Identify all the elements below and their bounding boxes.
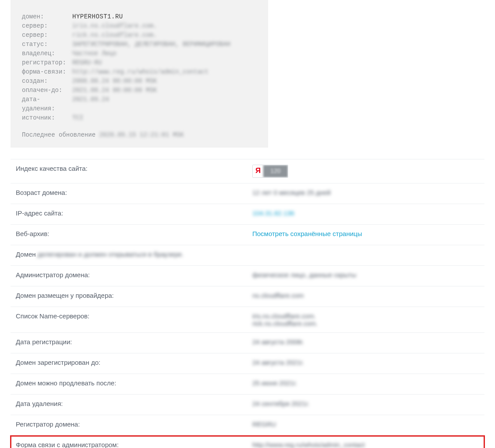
details-row: Домен размещен у провайдера:ns.cloudflar… [11, 286, 484, 307]
whois-row: сервер:iris.ns.cloudflare.com. [22, 21, 257, 31]
details-row: Индекс качества сайта:Я120 [11, 159, 484, 183]
whois-row-value: REGRU-RU [72, 58, 257, 67]
details-row: Домен зарегистрирован до:24 августа 2021… [11, 353, 484, 374]
whois-row: статус:ЗАРЕГИСТРИРОВАН, ДЕЛЕГИРОВАН, ВЕР… [22, 40, 257, 49]
details-row-label: Возраст домена: [16, 189, 252, 196]
details-row-value: iris.ns.cloudflare.com. rick.ns.cloudfla… [252, 312, 479, 327]
whois-row-label: регистратор: [22, 58, 72, 67]
details-row: Веб-архив:Посмотреть сохранённые страниц… [11, 225, 484, 245]
whois-row: домен:HYPERHOST1.RU [22, 12, 257, 21]
whois-row-value: 2008.08.24 00:00:00 MSK [72, 77, 257, 86]
details-row-label: Индекс качества сайта: [16, 165, 252, 172]
details-row-value[interactable]: Посмотреть сохранённые страницы [252, 230, 479, 237]
details-row: Администратор домена:физическое лицо, да… [11, 266, 484, 286]
whois-row: владелец:Частное Лицо [22, 49, 257, 58]
details-row: Дата удаления:24 сентября 2021г. [11, 395, 484, 415]
details-row: Список Name-серверов:iris.ns.cloudflare.… [11, 307, 484, 333]
details-row-value: 24 августа 2021г. [252, 359, 479, 366]
whois-row-value: HYPERHOST1.RU [72, 12, 257, 21]
whois-row: создан:2008.08.24 00:00:00 MSK [22, 77, 257, 86]
details-row-label: Домен можно продлевать после: [16, 379, 252, 387]
details-row: Домен можно продлевать после:25 июня 202… [11, 374, 484, 395]
details-row: Домен делегирован и должен открываться в… [11, 245, 484, 266]
details-row-value: Я120 [252, 165, 479, 178]
details-row-label: Администратор домена: [16, 271, 252, 279]
whois-update-label: Последнее обновление [22, 131, 95, 138]
whois-row: дата-удаления:2021.09.24 [22, 95, 257, 113]
whois-row-value: Частное Лицо [72, 49, 257, 58]
whois-row-value: iris.ns.cloudflare.com. [72, 21, 257, 31]
details-inline-text: Домен делегирован и должен открываться в… [16, 250, 479, 258]
details-row-label: Дата регистрации: [16, 338, 252, 346]
whois-row-value: 2021.08.24 00:00:00 MSK [72, 86, 257, 95]
yandex-sqi-score: 120 [263, 165, 287, 177]
details-row-label: IP-адрес сайта: [16, 209, 252, 217]
details-row: Возраст домена:12 лет 0 месяцев 25 дней [11, 183, 484, 204]
details-row-label: Список Name-серверов: [16, 312, 252, 320]
whois-row-label: владелец: [22, 49, 72, 58]
details-row-value: ns.cloudflare.com [252, 292, 479, 299]
details-row-label: Веб-архив: [16, 230, 252, 237]
details-inline-label: Домен [16, 250, 36, 258]
details-row-label: Дата удаления: [16, 400, 252, 407]
whois-row-label: сервер: [22, 21, 72, 31]
whois-row-label: оплачен-до: [22, 86, 72, 95]
details-row-label: Регистратор домена: [16, 420, 252, 428]
yandex-logo-icon: Я [253, 165, 263, 177]
whois-row: регистратор:REGRU-RU [22, 58, 257, 67]
details-row-label: Домен зарегистрирован до: [16, 359, 252, 366]
whois-row-label: статус: [22, 40, 72, 49]
details-row: Дата регистрации:24 августа 2008г. [11, 333, 484, 353]
whois-row-label: форма-связи: [22, 67, 72, 77]
whois-row-label: дата-удаления: [22, 95, 72, 113]
details-row-value[interactable]: 104.31.82.136 [252, 209, 479, 217]
whois-row: форма-связи:http://www.reg.ru/whois/admi… [22, 67, 257, 77]
domain-details-table: Индекс качества сайта:Я120Возраст домена… [11, 159, 484, 448]
details-row-value: 24 августа 2008г. [252, 338, 479, 346]
yandex-sqi-badge: Я120 [252, 165, 288, 178]
whois-row: сервер:rick.ns.cloudflare.com. [22, 31, 257, 40]
details-row-label: Домен размещен у провайдера: [16, 292, 252, 299]
details-row-value: физическое лицо, данные скрыты [252, 271, 479, 279]
whois-row-value: ЗАРЕГИСТРИРОВАН, ДЕЛЕГИРОВАН, ВЕРИФИЦИРО… [72, 40, 257, 49]
whois-update-value: 2020.09.15 12:21:01 MSK [99, 131, 184, 138]
details-row-value: http://www.reg.ru/whois/admin_contact [252, 441, 479, 448]
details-row-value: REGRU [252, 420, 479, 428]
details-row-value: 12 лет 0 месяцев 25 дней [252, 189, 479, 196]
whois-row: источник:TCI [22, 113, 257, 123]
whois-raw-box: домен:HYPERHOST1.RUсервер:iris.ns.cloudf… [11, 0, 268, 148]
whois-row-value: 2021.09.24 [72, 95, 257, 113]
details-row: IP-адрес сайта:104.31.82.136 [11, 204, 484, 225]
whois-row-value: TCI [72, 113, 257, 123]
details-row-value: 25 июня 2021г. [252, 379, 479, 387]
details-row: Регистратор домена:REGRU [11, 415, 484, 436]
whois-row-label: создан: [22, 77, 72, 86]
whois-last-update: Последнее обновление 2020.09.15 12:21:01… [22, 131, 257, 140]
details-row: Форма связи с администратором:http://www… [11, 436, 484, 448]
details-row-label: Форма связи с администратором: [16, 441, 252, 448]
whois-row-label: сервер: [22, 31, 72, 40]
whois-row-value: http://www.reg.ru/whois/admin_contact [72, 67, 257, 77]
whois-row: оплачен-до:2021.08.24 00:00:00 MSK [22, 86, 257, 95]
details-inline-blurred: делегирован и должен открываться в брауз… [38, 250, 184, 258]
whois-row-label: источник: [22, 113, 72, 123]
whois-row-value: rick.ns.cloudflare.com. [72, 31, 257, 40]
whois-row-label: домен: [22, 12, 72, 21]
details-row-value: 24 сентября 2021г. [252, 400, 479, 407]
